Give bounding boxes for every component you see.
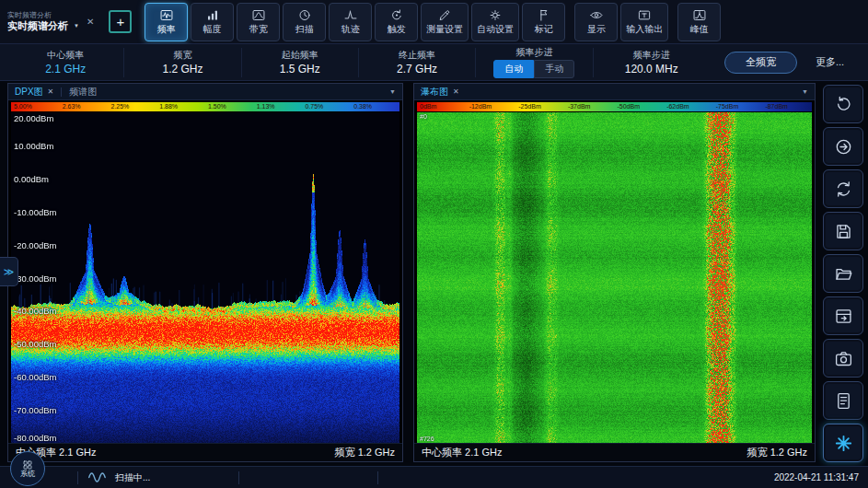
- toolbar-button-marker[interactable]: 标记: [522, 3, 565, 41]
- add-tab-button[interactable]: +: [109, 10, 132, 33]
- side-toolbar: [823, 85, 863, 462]
- colorbar-label: 2.25%: [109, 102, 157, 111]
- system-label: 系统: [20, 471, 35, 479]
- dpx-display[interactable]: [11, 112, 399, 443]
- tab-close-icon[interactable]: ✕: [48, 87, 54, 96]
- toolbar-button-peak[interactable]: 峰值: [677, 3, 721, 41]
- param-value: 1.5 GHz: [280, 63, 320, 76]
- param-center-frequency[interactable]: 中心频率 2.1 GHz: [7, 48, 123, 77]
- input-output-icon: [635, 8, 654, 22]
- top-toolbar: 实时频谱分析 实时频谱分析 ▼ ✕ + 频率幅度带宽扫描轨迹触发测量设置自动设置…: [0, 0, 868, 44]
- colorbar-label: 2.63%: [60, 102, 109, 111]
- folder-open-icon: [834, 264, 853, 284]
- waterfall-display[interactable]: [417, 112, 812, 443]
- waterfall-footer: 中心频率 2.1 GHz 频宽 1.2 GHz: [414, 443, 815, 461]
- peak-icon: [690, 8, 709, 22]
- replay-icon: [834, 95, 853, 114]
- waterfall-first-row-label: #0: [420, 113, 427, 120]
- system-button[interactable]: 系统: [10, 451, 45, 486]
- scan-icon: [295, 8, 314, 22]
- colorbar-label: -50dBm: [615, 102, 665, 111]
- system-grid-icon: [22, 459, 33, 471]
- footer-span: 频宽 1.2 GHz: [747, 446, 807, 459]
- sidebar-button-save[interactable]: [823, 212, 863, 250]
- waterfall-last-row-label: #726: [420, 436, 434, 442]
- toolbar-button-bandwidth[interactable]: 带宽: [237, 3, 280, 41]
- preset-file-icon: [834, 391, 853, 411]
- sidebar-button-camera[interactable]: [823, 339, 863, 378]
- colorbar-label: 1.50%: [205, 102, 254, 111]
- toolbar-button-input-output[interactable]: 输入输出: [620, 3, 668, 41]
- analysis-session-tab[interactable]: 实时频谱分析 实时频谱分析 ▼ ✕: [7, 11, 94, 32]
- colorbar-label: 1.88%: [156, 102, 205, 111]
- toolbar-button-measure-settings[interactable]: 测量设置: [421, 3, 469, 41]
- freq-step-manual-button[interactable]: 手动: [534, 60, 574, 78]
- tab-dpx[interactable]: DPX图 ✕: [15, 86, 53, 99]
- bandwidth-icon: [249, 8, 268, 22]
- toolbar-button-group: 频率幅度带宽扫描轨迹触发测量设置自动设置标记显示输入输出峰值: [145, 3, 721, 41]
- toolbar-button-label: 轨迹: [341, 23, 360, 36]
- tab-label: 频谱图: [69, 86, 97, 99]
- tab-close-icon[interactable]: ✕: [87, 17, 94, 27]
- measure-settings-icon: [435, 8, 454, 22]
- tab-dropdown-icon[interactable]: ▼: [74, 23, 79, 29]
- tab-label: 瀑布图: [421, 86, 448, 99]
- toolbar-button-label: 峰值: [690, 23, 709, 36]
- toolbar-button-display[interactable]: 显示: [574, 3, 618, 41]
- param-freq-step-mode: 频率步进 自动 手动: [475, 48, 592, 77]
- colorbar-label: -37dBm: [565, 102, 615, 111]
- colorbar-label: 0dBm: [417, 102, 467, 111]
- waterfall-amplitude-colorbar: 0dBm-12dBm-25dBm-37dBm-50dBm-62dBm-75dBm…: [417, 102, 812, 111]
- param-stop-frequency[interactable]: 终止频率 2.7 GHz: [358, 48, 475, 77]
- param-freq-step[interactable]: 频率步进 120.0 MHz: [593, 48, 710, 77]
- toolbar-button-auto-settings[interactable]: 自动设置: [471, 3, 519, 41]
- colorbar-label: 1.13%: [254, 102, 303, 111]
- toolbar-button-label: 扫描: [295, 23, 314, 36]
- camera-icon: [834, 349, 853, 368]
- colorbar-label: 0.75%: [303, 102, 352, 111]
- tab-spectrum[interactable]: 频谱图: [69, 86, 97, 99]
- asterisk-icon: [834, 434, 853, 453]
- toolbar-button-label: 标记: [535, 23, 553, 36]
- param-label: 中心频率: [47, 49, 84, 62]
- statusbar-divider: [377, 471, 378, 484]
- tab-close-icon[interactable]: ✕: [453, 87, 459, 96]
- waterfall-panel: 瀑布图 ✕ ▼ 0dBm-12dBm-25dBm-37dBm-50dBm-62d…: [413, 83, 816, 462]
- full-span-button[interactable]: 全频宽: [724, 52, 797, 74]
- sidebar-button-export-view[interactable]: [823, 296, 863, 335]
- export-view-icon: [834, 307, 853, 326]
- toolbar-button-scan[interactable]: 扫描: [283, 3, 326, 41]
- sidebar-button-refresh[interactable]: [823, 169, 863, 208]
- status-bar: 扫描中... 2022-04-21 11:31:47: [0, 466, 868, 488]
- trigger-icon: [388, 8, 406, 22]
- more-button[interactable]: 更多...: [816, 55, 844, 69]
- sidebar-button-forward[interactable]: [823, 127, 863, 166]
- panel-dropdown-icon[interactable]: ▼: [389, 88, 396, 95]
- sidebar-button-asterisk[interactable]: [823, 424, 863, 462]
- toolbar-button-trace[interactable]: 轨迹: [329, 3, 372, 41]
- forward-icon: [834, 137, 853, 157]
- dpx-panel: DPX图 ✕ 频谱图 ▼ 5.00%2.63%2.25%1.88%1.50%1.…: [7, 83, 403, 462]
- toolbar-button-trigger[interactable]: 触发: [375, 3, 418, 41]
- toolbar-button-label: 频率: [157, 23, 176, 36]
- panel-dropdown-icon[interactable]: ▼: [802, 88, 808, 95]
- sidebar-button-replay[interactable]: [823, 85, 863, 123]
- sidebar-button-folder-open[interactable]: [823, 254, 863, 293]
- auto-settings-icon: [486, 8, 504, 22]
- trace-icon: [341, 8, 360, 22]
- toolbar-button-frequency[interactable]: 频率: [145, 3, 188, 41]
- param-start-frequency[interactable]: 起始频率 1.5 GHz: [241, 48, 358, 77]
- colorbar-label: 0.38%: [351, 102, 399, 111]
- freq-step-auto-button[interactable]: 自动: [493, 60, 534, 78]
- statusbar-divider: [238, 471, 239, 484]
- sidebar-button-preset-file[interactable]: [823, 381, 863, 420]
- dpx-panel-tabbar: DPX图 ✕ 频谱图 ▼: [8, 84, 402, 100]
- tab-divider: [61, 87, 62, 97]
- expand-handle[interactable]: ≫: [0, 257, 18, 286]
- freq-step-mode-toggle: 自动 手动: [493, 60, 574, 78]
- toolbar-button-amplitude[interactable]: 幅度: [191, 3, 234, 41]
- tab-waterfall[interactable]: 瀑布图 ✕: [421, 86, 459, 99]
- colorbar-label: -62dBm: [664, 102, 713, 111]
- param-span[interactable]: 频宽 1.2 GHz: [123, 48, 240, 77]
- footer-span: 频宽 1.2 GHz: [335, 446, 395, 459]
